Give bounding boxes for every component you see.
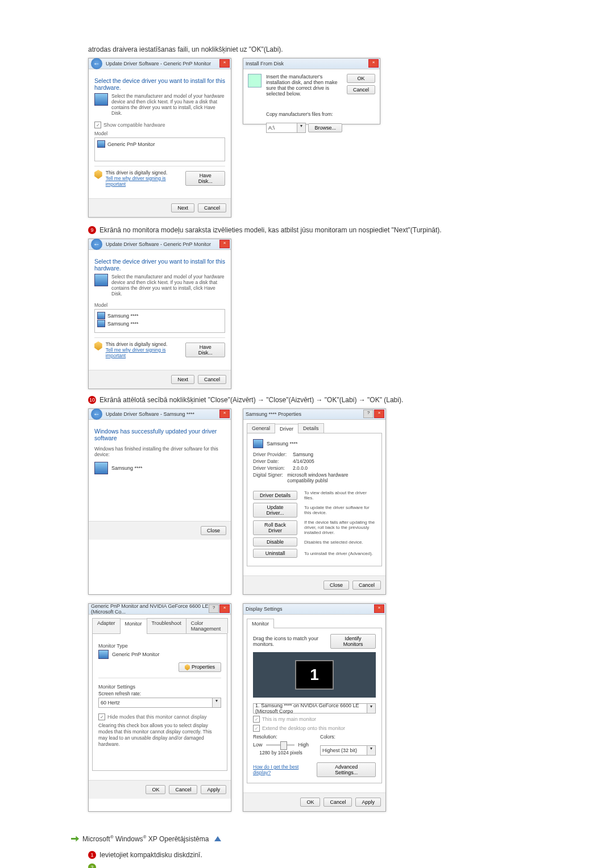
properties-button[interactable]: Properties <box>179 662 221 672</box>
version-key: Driver Version: <box>253 465 293 471</box>
monitor-icon <box>94 462 108 474</box>
hide-modes-label: Hide modes that this monitor cannot disp… <box>107 714 207 720</box>
monitor-thumb[interactable]: 1 <box>295 660 334 690</box>
back-icon[interactable]: ← <box>91 58 102 69</box>
close-icon[interactable]: × <box>219 410 230 418</box>
chevron-down-icon[interactable]: ▾ <box>213 698 221 708</box>
os-label: Microsoft® Windows® XP Operētājsistēma <box>82 834 209 843</box>
model-label: Model <box>94 131 225 136</box>
close-icon[interactable]: × <box>219 59 230 68</box>
ok-button[interactable]: OK <box>146 785 165 794</box>
collapse-icon[interactable] <box>214 836 221 841</box>
colors-select[interactable]: Highest (32 bit) <box>320 745 367 756</box>
monitor-icon <box>253 439 263 448</box>
signed-text: This driver is digitally signed. <box>106 170 186 176</box>
copy-from-label: Copy manufacturer's files from: <box>266 111 342 117</box>
browse-button[interactable]: Browse... <box>308 123 342 132</box>
close-icon[interactable]: × <box>368 59 379 68</box>
display-select[interactable]: 1. Samsung **** on NVIDIA GeForce 6600 L… <box>253 703 367 713</box>
dialog-title: Update Driver Software - Generic PnP Mon… <box>106 61 211 66</box>
next-button[interactable]: Next <box>171 203 194 212</box>
help-icon[interactable]: ? <box>363 410 374 418</box>
chevron-down-icon[interactable]: ▾ <box>297 123 306 133</box>
apply-button[interactable]: Apply <box>201 785 226 794</box>
model-list[interactable]: Generic PnP Monitor <box>94 137 225 161</box>
cancel-button[interactable]: Cancel <box>323 798 352 807</box>
tab-color-mgmt[interactable]: Color Management <box>186 618 228 633</box>
install-from-disk-dialog: Install From Disk × Insert the manufactu… <box>243 58 380 124</box>
update-success-dialog: ← Update Driver Software - Samsung **** … <box>88 408 231 595</box>
monitor-arrangement[interactable]: 1 <box>253 652 376 698</box>
low-label: Low <box>253 742 263 748</box>
label: Properties <box>192 664 215 670</box>
identify-button[interactable]: Identify Monitors <box>330 634 376 649</box>
intro-text: atrodas draivera iestatīšanas faili, un … <box>88 45 526 53</box>
tab-monitor[interactable]: Monitor <box>120 619 147 634</box>
chevron-down-icon[interactable]: ▾ <box>367 703 376 713</box>
slider-handle[interactable] <box>280 741 287 750</box>
best-display-link[interactable]: How do I get the best display? <box>253 764 317 775</box>
apply-button[interactable]: Apply <box>355 798 381 807</box>
rollback-button[interactable]: Roll Back Driver <box>253 520 297 535</box>
cancel-button[interactable]: Cancel <box>198 375 226 384</box>
cancel-button[interactable]: Cancel <box>169 785 197 794</box>
have-disk-button[interactable]: Have Disk... <box>185 343 225 357</box>
have-disk-button[interactable]: Have Disk... <box>185 171 225 186</box>
update-driver-button[interactable]: Update Driver... <box>253 503 297 518</box>
ok-button[interactable]: OK <box>300 798 320 807</box>
disk-icon <box>248 74 262 87</box>
ok-button[interactable]: OK <box>347 74 375 83</box>
next-button[interactable]: Next <box>171 375 194 384</box>
tab-driver[interactable]: Driver <box>275 424 298 433</box>
high-label: High <box>298 742 309 748</box>
tab-details[interactable]: Details <box>298 423 324 433</box>
refresh-select[interactable]: 60 Hertz <box>98 698 213 708</box>
signer-val: microsoft windows hardware compatibility… <box>287 472 376 483</box>
shield-icon <box>94 170 102 179</box>
step-9-text: Ekrānā no monitora modeļu saraksta izvēl… <box>99 226 526 234</box>
shield-icon <box>94 341 102 350</box>
tab-monitor[interactable]: Monitor <box>247 619 274 628</box>
cancel-button[interactable]: Cancel <box>347 85 375 94</box>
model-name: Samsung **** <box>111 465 143 471</box>
driver-details-button[interactable]: Driver Details <box>253 491 297 500</box>
close-button[interactable]: Close <box>323 581 349 590</box>
model-list[interactable]: Samsung **** Samsung **** <box>94 309 225 333</box>
back-icon[interactable]: ← <box>91 239 102 250</box>
close-icon[interactable]: × <box>374 410 384 418</box>
step-10-icon: 10 <box>88 396 96 404</box>
show-compatible-label: Show compatible hardware <box>103 122 165 128</box>
why-signing-link[interactable]: Tell me why driver signing is important <box>106 347 186 358</box>
back-icon[interactable]: ← <box>91 408 102 420</box>
tab-general[interactable]: General <box>247 423 275 433</box>
close-button[interactable]: Close <box>201 526 226 535</box>
chevron-down-icon[interactable]: ▾ <box>367 745 376 756</box>
disable-button[interactable]: Disable <box>253 537 297 546</box>
desc: To update the driver software for this d… <box>304 505 376 515</box>
why-signing-link[interactable]: Tell me why driver signing is important <box>106 176 186 187</box>
desc: Disables the selected device. <box>304 540 376 545</box>
tab-troubleshoot[interactable]: Troubleshoot <box>147 618 186 633</box>
close-icon[interactable]: × <box>219 604 230 613</box>
uninstall-button[interactable]: Uninstall <box>253 549 297 558</box>
colors-label: Colors: <box>320 734 376 740</box>
list-item-label: Generic PnP Monitor <box>107 141 155 147</box>
step-xp1-text: Ievietojiet kompaktdisku diskdzinī. <box>99 851 526 859</box>
help-icon[interactable]: ? <box>209 604 219 613</box>
hide-modes-checkbox[interactable]: ✓ <box>98 713 105 720</box>
resolution-slider[interactable] <box>266 744 295 746</box>
advanced-button[interactable]: Advanced Settings... <box>317 762 376 777</box>
dialog-title: Update Driver Software - Samsung **** <box>106 411 194 417</box>
step-2-icon: 2 <box>88 863 96 868</box>
drag-text: Drag the icons to match your monitors. <box>253 636 330 647</box>
close-icon[interactable]: × <box>374 604 384 613</box>
cancel-button[interactable]: Cancel <box>198 203 226 212</box>
show-compatible-checkbox[interactable]: ✓ <box>94 122 101 128</box>
tab-adapter[interactable]: Adapter <box>92 618 121 633</box>
path-input[interactable]: A:\ <box>266 123 297 133</box>
properties-dialog: Samsung **** Properties ?× General Drive… <box>243 408 386 595</box>
success-heading: Windows has successfully updated your dr… <box>94 428 225 441</box>
finished-text: Windows has finished installing the driv… <box>94 446 225 457</box>
close-icon[interactable]: × <box>219 240 230 248</box>
cancel-button[interactable]: Cancel <box>352 581 381 590</box>
